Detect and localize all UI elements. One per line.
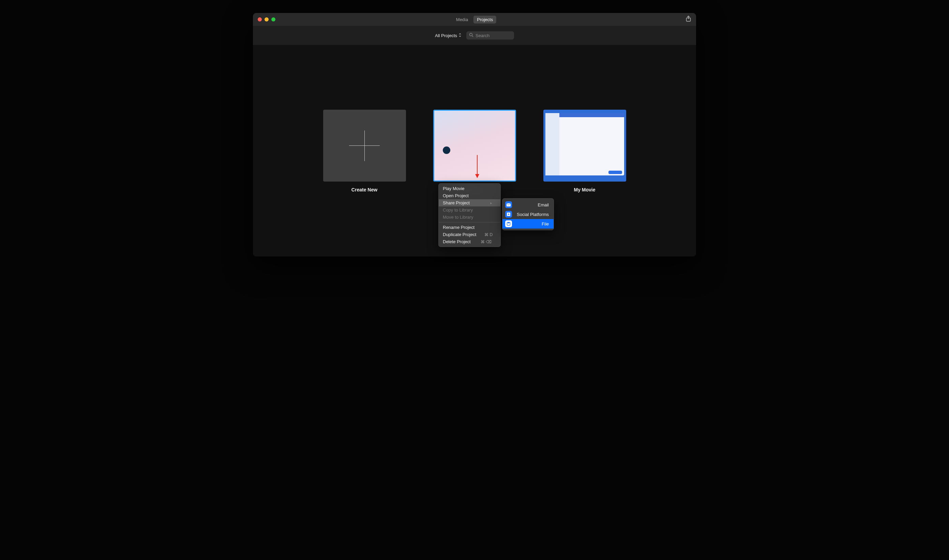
tab-projects[interactable]: Projects bbox=[474, 16, 496, 23]
menu-share-project[interactable]: Share Project › bbox=[439, 199, 500, 206]
submenu-social-platforms[interactable]: Social Platforms bbox=[503, 209, 554, 219]
tile-title: My Movie bbox=[574, 187, 595, 192]
zoom-window-button[interactable] bbox=[272, 17, 275, 22]
thumbnail-graphic bbox=[443, 146, 450, 154]
email-icon bbox=[505, 201, 512, 208]
svg-point-1 bbox=[470, 33, 472, 36]
share-submenu: Email Social Platforms File bbox=[502, 198, 554, 230]
view-tabs: Media Projects bbox=[453, 16, 496, 23]
app-window: Media Projects All Projects bbox=[253, 13, 696, 257]
menu-copy-to-library: Copy to Library bbox=[439, 206, 500, 214]
minimize-window-button[interactable] bbox=[264, 17, 268, 22]
file-icon bbox=[505, 220, 512, 227]
shortcut-text: ⌘ D bbox=[485, 232, 492, 237]
toolbar: All Projects bbox=[253, 26, 696, 45]
menu-delete-project[interactable]: Delete Project ⌘ ⌫ bbox=[439, 238, 500, 245]
window-controls bbox=[258, 17, 275, 22]
tile-title: Create New bbox=[352, 187, 377, 192]
tab-media[interactable]: Media bbox=[453, 16, 471, 23]
filter-label: All Projects bbox=[435, 33, 457, 38]
menu-duplicate-project[interactable]: Duplicate Project ⌘ D bbox=[439, 231, 500, 238]
menu-open-project[interactable]: Open Project bbox=[439, 192, 500, 199]
project-thumbnail[interactable] bbox=[543, 110, 626, 182]
annotation-arrow-icon bbox=[474, 155, 481, 179]
menu-rename-project[interactable]: Rename Project bbox=[439, 224, 500, 231]
context-menu: Play Movie Open Project Share Project › … bbox=[438, 183, 501, 247]
projects-filter-dropdown[interactable]: All Projects bbox=[435, 33, 461, 38]
shortcut-text: ⌘ ⌫ bbox=[481, 240, 492, 244]
search-field[interactable] bbox=[466, 31, 514, 40]
share-icon[interactable] bbox=[685, 16, 691, 23]
svg-marker-3 bbox=[475, 174, 479, 178]
close-window-button[interactable] bbox=[258, 17, 262, 22]
tile-create-new[interactable]: Create New bbox=[323, 110, 406, 257]
tile-my-movie[interactable]: My Movie bbox=[543, 110, 626, 257]
chevron-right-icon: › bbox=[490, 201, 492, 205]
search-icon bbox=[469, 32, 474, 38]
search-input[interactable] bbox=[475, 33, 533, 38]
menu-play-movie[interactable]: Play Movie bbox=[439, 185, 500, 192]
submenu-file[interactable]: File bbox=[503, 219, 554, 229]
submenu-email[interactable]: Email bbox=[503, 200, 554, 209]
chevron-updown-icon bbox=[458, 33, 461, 38]
plus-icon bbox=[349, 145, 380, 146]
social-icon bbox=[505, 211, 512, 218]
titlebar: Media Projects bbox=[253, 13, 696, 26]
svg-rect-11 bbox=[508, 222, 509, 223]
create-new-thumbnail[interactable] bbox=[323, 110, 406, 182]
project-thumbnail[interactable] bbox=[433, 110, 516, 182]
menu-move-to-library: Move to Library bbox=[439, 214, 500, 221]
